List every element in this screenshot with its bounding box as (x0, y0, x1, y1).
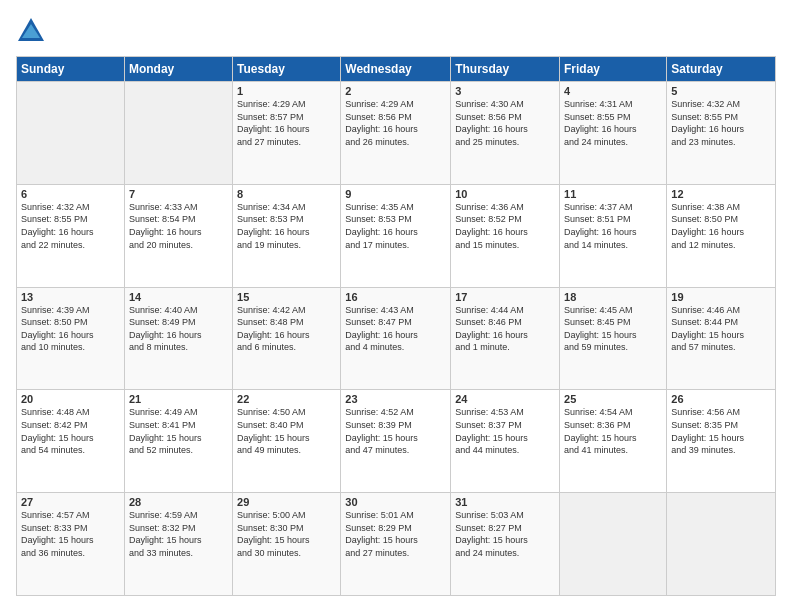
day-info: Sunrise: 4:29 AM Sunset: 8:57 PM Dayligh… (237, 98, 336, 148)
calendar-week-row: 1Sunrise: 4:29 AM Sunset: 8:57 PM Daylig… (17, 82, 776, 185)
calendar-cell: 11Sunrise: 4:37 AM Sunset: 8:51 PM Dayli… (560, 184, 667, 287)
calendar-cell: 30Sunrise: 5:01 AM Sunset: 8:29 PM Dayli… (341, 493, 451, 596)
day-number: 4 (564, 85, 662, 97)
day-info: Sunrise: 4:40 AM Sunset: 8:49 PM Dayligh… (129, 304, 228, 354)
day-number: 16 (345, 291, 446, 303)
calendar-cell: 9Sunrise: 4:35 AM Sunset: 8:53 PM Daylig… (341, 184, 451, 287)
day-number: 6 (21, 188, 120, 200)
day-number: 27 (21, 496, 120, 508)
calendar-week-row: 13Sunrise: 4:39 AM Sunset: 8:50 PM Dayli… (17, 287, 776, 390)
day-number: 9 (345, 188, 446, 200)
day-info: Sunrise: 4:48 AM Sunset: 8:42 PM Dayligh… (21, 406, 120, 456)
calendar-cell: 8Sunrise: 4:34 AM Sunset: 8:53 PM Daylig… (233, 184, 341, 287)
calendar-cell: 29Sunrise: 5:00 AM Sunset: 8:30 PM Dayli… (233, 493, 341, 596)
calendar-week-row: 6Sunrise: 4:32 AM Sunset: 8:55 PM Daylig… (17, 184, 776, 287)
day-of-week-header: Sunday (17, 57, 125, 82)
day-number: 21 (129, 393, 228, 405)
day-number: 10 (455, 188, 555, 200)
day-info: Sunrise: 4:38 AM Sunset: 8:50 PM Dayligh… (671, 201, 771, 251)
calendar-cell: 13Sunrise: 4:39 AM Sunset: 8:50 PM Dayli… (17, 287, 125, 390)
calendar-cell (560, 493, 667, 596)
calendar-week-row: 20Sunrise: 4:48 AM Sunset: 8:42 PM Dayli… (17, 390, 776, 493)
calendar-cell: 17Sunrise: 4:44 AM Sunset: 8:46 PM Dayli… (451, 287, 560, 390)
calendar-cell: 3Sunrise: 4:30 AM Sunset: 8:56 PM Daylig… (451, 82, 560, 185)
day-number: 1 (237, 85, 336, 97)
day-number: 3 (455, 85, 555, 97)
calendar-cell: 12Sunrise: 4:38 AM Sunset: 8:50 PM Dayli… (667, 184, 776, 287)
day-of-week-header: Thursday (451, 57, 560, 82)
day-info: Sunrise: 4:32 AM Sunset: 8:55 PM Dayligh… (671, 98, 771, 148)
calendar-cell: 14Sunrise: 4:40 AM Sunset: 8:49 PM Dayli… (124, 287, 232, 390)
calendar-cell: 4Sunrise: 4:31 AM Sunset: 8:55 PM Daylig… (560, 82, 667, 185)
day-number: 13 (21, 291, 120, 303)
day-info: Sunrise: 4:42 AM Sunset: 8:48 PM Dayligh… (237, 304, 336, 354)
calendar-cell: 7Sunrise: 4:33 AM Sunset: 8:54 PM Daylig… (124, 184, 232, 287)
day-info: Sunrise: 4:52 AM Sunset: 8:39 PM Dayligh… (345, 406, 446, 456)
day-number: 20 (21, 393, 120, 405)
day-of-week-header: Saturday (667, 57, 776, 82)
calendar-cell: 2Sunrise: 4:29 AM Sunset: 8:56 PM Daylig… (341, 82, 451, 185)
calendar-week-row: 27Sunrise: 4:57 AM Sunset: 8:33 PM Dayli… (17, 493, 776, 596)
header (16, 16, 776, 46)
day-info: Sunrise: 4:54 AM Sunset: 8:36 PM Dayligh… (564, 406, 662, 456)
calendar-cell: 19Sunrise: 4:46 AM Sunset: 8:44 PM Dayli… (667, 287, 776, 390)
day-info: Sunrise: 4:31 AM Sunset: 8:55 PM Dayligh… (564, 98, 662, 148)
calendar-cell: 31Sunrise: 5:03 AM Sunset: 8:27 PM Dayli… (451, 493, 560, 596)
day-info: Sunrise: 4:53 AM Sunset: 8:37 PM Dayligh… (455, 406, 555, 456)
calendar-cell (667, 493, 776, 596)
calendar-table: SundayMondayTuesdayWednesdayThursdayFrid… (16, 56, 776, 596)
calendar-cell: 5Sunrise: 4:32 AM Sunset: 8:55 PM Daylig… (667, 82, 776, 185)
day-number: 5 (671, 85, 771, 97)
day-number: 29 (237, 496, 336, 508)
calendar-cell: 24Sunrise: 4:53 AM Sunset: 8:37 PM Dayli… (451, 390, 560, 493)
calendar-cell: 21Sunrise: 4:49 AM Sunset: 8:41 PM Dayli… (124, 390, 232, 493)
day-number: 26 (671, 393, 771, 405)
day-info: Sunrise: 4:56 AM Sunset: 8:35 PM Dayligh… (671, 406, 771, 456)
calendar-cell (124, 82, 232, 185)
day-info: Sunrise: 4:44 AM Sunset: 8:46 PM Dayligh… (455, 304, 555, 354)
day-of-week-header: Tuesday (233, 57, 341, 82)
day-info: Sunrise: 4:59 AM Sunset: 8:32 PM Dayligh… (129, 509, 228, 559)
calendar-cell: 15Sunrise: 4:42 AM Sunset: 8:48 PM Dayli… (233, 287, 341, 390)
logo-icon (16, 16, 46, 46)
day-info: Sunrise: 4:37 AM Sunset: 8:51 PM Dayligh… (564, 201, 662, 251)
day-number: 25 (564, 393, 662, 405)
day-number: 15 (237, 291, 336, 303)
day-info: Sunrise: 4:29 AM Sunset: 8:56 PM Dayligh… (345, 98, 446, 148)
day-number: 7 (129, 188, 228, 200)
day-info: Sunrise: 5:03 AM Sunset: 8:27 PM Dayligh… (455, 509, 555, 559)
day-number: 23 (345, 393, 446, 405)
logo (16, 16, 50, 46)
day-of-week-header: Wednesday (341, 57, 451, 82)
calendar-cell: 16Sunrise: 4:43 AM Sunset: 8:47 PM Dayli… (341, 287, 451, 390)
calendar-cell: 10Sunrise: 4:36 AM Sunset: 8:52 PM Dayli… (451, 184, 560, 287)
day-info: Sunrise: 4:30 AM Sunset: 8:56 PM Dayligh… (455, 98, 555, 148)
calendar-cell: 22Sunrise: 4:50 AM Sunset: 8:40 PM Dayli… (233, 390, 341, 493)
day-info: Sunrise: 4:45 AM Sunset: 8:45 PM Dayligh… (564, 304, 662, 354)
day-number: 17 (455, 291, 555, 303)
page: SundayMondayTuesdayWednesdayThursdayFrid… (0, 0, 792, 612)
day-number: 28 (129, 496, 228, 508)
day-info: Sunrise: 4:34 AM Sunset: 8:53 PM Dayligh… (237, 201, 336, 251)
day-number: 22 (237, 393, 336, 405)
calendar-cell: 23Sunrise: 4:52 AM Sunset: 8:39 PM Dayli… (341, 390, 451, 493)
day-info: Sunrise: 4:46 AM Sunset: 8:44 PM Dayligh… (671, 304, 771, 354)
day-of-week-header: Monday (124, 57, 232, 82)
day-info: Sunrise: 4:32 AM Sunset: 8:55 PM Dayligh… (21, 201, 120, 251)
day-number: 18 (564, 291, 662, 303)
calendar-cell: 25Sunrise: 4:54 AM Sunset: 8:36 PM Dayli… (560, 390, 667, 493)
calendar-cell: 27Sunrise: 4:57 AM Sunset: 8:33 PM Dayli… (17, 493, 125, 596)
calendar-cell (17, 82, 125, 185)
day-info: Sunrise: 4:57 AM Sunset: 8:33 PM Dayligh… (21, 509, 120, 559)
day-info: Sunrise: 4:39 AM Sunset: 8:50 PM Dayligh… (21, 304, 120, 354)
day-info: Sunrise: 4:43 AM Sunset: 8:47 PM Dayligh… (345, 304, 446, 354)
calendar-cell: 18Sunrise: 4:45 AM Sunset: 8:45 PM Dayli… (560, 287, 667, 390)
day-info: Sunrise: 4:36 AM Sunset: 8:52 PM Dayligh… (455, 201, 555, 251)
day-info: Sunrise: 5:01 AM Sunset: 8:29 PM Dayligh… (345, 509, 446, 559)
day-info: Sunrise: 4:35 AM Sunset: 8:53 PM Dayligh… (345, 201, 446, 251)
calendar-header-row: SundayMondayTuesdayWednesdayThursdayFrid… (17, 57, 776, 82)
calendar-cell: 6Sunrise: 4:32 AM Sunset: 8:55 PM Daylig… (17, 184, 125, 287)
calendar-cell: 1Sunrise: 4:29 AM Sunset: 8:57 PM Daylig… (233, 82, 341, 185)
calendar-cell: 26Sunrise: 4:56 AM Sunset: 8:35 PM Dayli… (667, 390, 776, 493)
day-info: Sunrise: 5:00 AM Sunset: 8:30 PM Dayligh… (237, 509, 336, 559)
